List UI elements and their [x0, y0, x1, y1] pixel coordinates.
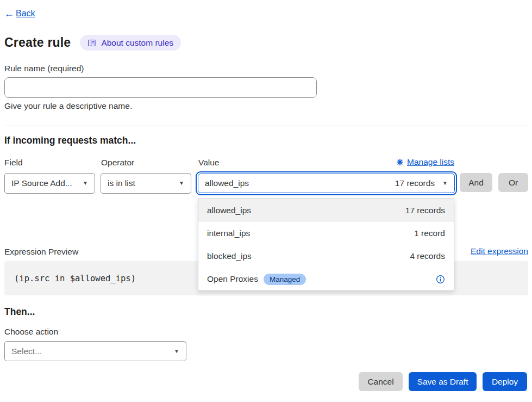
- cancel-button[interactable]: Cancel: [359, 372, 403, 391]
- rule-name-helper-text: Give your rule a descriptive name.: [4, 101, 132, 111]
- list-item-name: internal_ips: [207, 228, 250, 238]
- create-rule-page: ← Back Create rule About custom rules Ru…: [0, 0, 532, 402]
- value-select-value: allowed_ips: [205, 178, 249, 188]
- expression-preview-label: Expression Preview: [4, 247, 78, 257]
- list-dropdown-menu: allowed_ips 17 records internal_ips 1 re…: [198, 199, 454, 291]
- manage-lists-label: Manage lists: [407, 157, 454, 167]
- book-icon: [87, 39, 96, 47]
- match-section-heading: If incoming requests match...: [4, 135, 136, 146]
- operator-select[interactable]: is in list ▼: [101, 173, 191, 194]
- back-link[interactable]: ← Back: [4, 9, 35, 18]
- list-item-records: 4 records: [410, 251, 445, 261]
- gear-icon: [396, 158, 404, 166]
- field-label: Field: [4, 158, 23, 168]
- then-section-heading: Then...: [4, 306, 35, 318]
- page-title: Create rule: [4, 35, 71, 50]
- list-item-records: 1 record: [414, 228, 445, 238]
- field-select-value: IP Source Add...: [11, 178, 72, 188]
- or-button[interactable]: Or: [498, 173, 528, 192]
- back-label: Back: [16, 9, 35, 18]
- chevron-down-icon: ▼: [179, 181, 184, 186]
- list-item-name: allowed_ips: [207, 206, 251, 215]
- chevron-down-icon: ▼: [174, 349, 179, 354]
- list-item-name: blocked_ips: [207, 251, 252, 261]
- chevron-down-icon: ▼: [442, 181, 448, 186]
- list-item-open-proxies[interactable]: Open Proxies Managed: [198, 268, 454, 290]
- edit-expression-link[interactable]: Edit expression: [471, 246, 528, 256]
- about-custom-rules-label: About custom rules: [101, 38, 173, 48]
- list-item-blocked-ips[interactable]: blocked_ips 4 records: [198, 245, 454, 268]
- section-divider: [4, 126, 528, 126]
- value-select-records-count: 17 records: [395, 178, 435, 188]
- managed-badge: Managed: [264, 274, 306, 285]
- info-icon[interactable]: [436, 275, 445, 284]
- value-select[interactable]: allowed_ips 17 records ▼: [198, 174, 455, 193]
- about-custom-rules-link[interactable]: About custom rules: [80, 35, 181, 51]
- action-select-placeholder: Select...: [11, 347, 42, 356]
- list-item-internal-ips[interactable]: internal_ips 1 record: [198, 222, 454, 245]
- and-button[interactable]: And: [460, 173, 492, 192]
- save-as-draft-button[interactable]: Save as Draft: [409, 372, 477, 391]
- list-item-name: Open Proxies: [207, 274, 258, 284]
- title-row: Create rule About custom rules: [4, 35, 181, 51]
- rule-name-input[interactable]: [4, 77, 317, 98]
- value-label: Value: [198, 158, 220, 168]
- list-item-records: 17 records: [405, 206, 445, 215]
- operator-label: Operator: [101, 158, 134, 168]
- manage-lists-link[interactable]: Manage lists: [396, 157, 454, 167]
- list-item-allowed-ips[interactable]: allowed_ips 17 records: [198, 199, 454, 222]
- arrow-left-icon: ←: [4, 9, 14, 18]
- rule-name-label: Rule name (required): [4, 64, 84, 73]
- chevron-down-icon: ▼: [83, 181, 88, 186]
- deploy-button[interactable]: Deploy: [483, 372, 527, 391]
- choose-action-label: Choose action: [4, 327, 58, 337]
- field-select[interactable]: IP Source Add... ▼: [4, 173, 95, 194]
- expression-code: (ip.src in $allowed_ips): [14, 274, 136, 283]
- operator-select-value: is in list: [108, 178, 135, 188]
- action-select[interactable]: Select... ▼: [4, 341, 186, 361]
